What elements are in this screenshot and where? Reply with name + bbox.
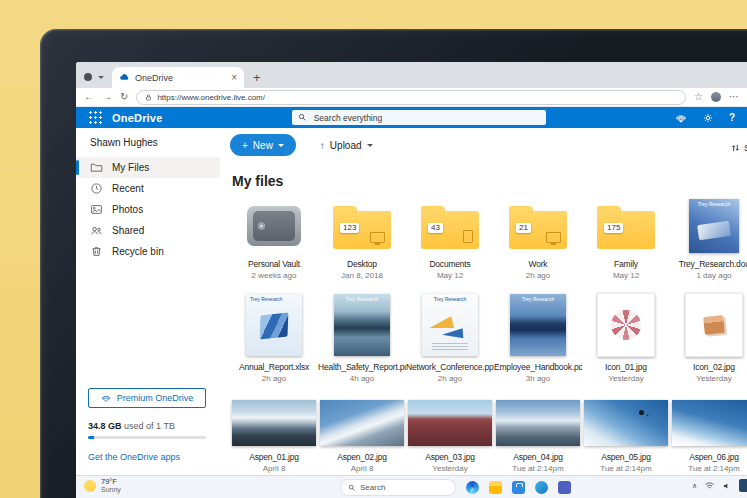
- tray-app-icon[interactable]: [739, 479, 747, 492]
- new-button[interactable]: + New: [230, 134, 296, 156]
- onedrive-header: OneDrive ?: [76, 107, 747, 128]
- tray-chevron-icon[interactable]: ∧: [692, 482, 697, 490]
- premium-onedrive-button[interactable]: Premium OneDrive: [88, 388, 206, 408]
- file-name: Family: [582, 259, 670, 269]
- sidebar-item-label: Recycle bin: [112, 246, 164, 257]
- trash-icon: [90, 245, 103, 258]
- refresh-icon[interactable]: ↻: [120, 92, 128, 102]
- premium-diamond-icon[interactable]: [675, 112, 687, 124]
- file-tile-aspen-06[interactable]: Aspen_06.jpg Tue at 2:14pm: [670, 399, 747, 473]
- windows-taskbar: 79°F Sunny Search ∧: [76, 475, 747, 498]
- file-date: Tue at 2:14pm: [670, 464, 747, 473]
- file-tile-health-safety-report[interactable]: Trey Research Health_Safety_Report.pdf 4…: [318, 293, 406, 383]
- file-name: Icon_02.jpg: [670, 362, 747, 372]
- forward-icon[interactable]: →: [102, 92, 112, 102]
- sidebar-item-recent[interactable]: Recent: [76, 178, 220, 199]
- file-tile-work[interactable]: 21 Work 2h ago: [494, 198, 582, 280]
- flower-graphic: [611, 310, 641, 340]
- file-tile-family[interactable]: 175 Family May 12: [582, 198, 670, 280]
- trey-research-logo: Trey Research: [334, 297, 390, 302]
- premium-button-label: Premium OneDrive: [117, 393, 194, 403]
- file-tile-trey-research-doc[interactable]: Trey Research Trey_Research.doc 1 day ag…: [670, 198, 747, 280]
- browser-menu-icon[interactable]: ⋯: [729, 92, 739, 102]
- help-icon[interactable]: ?: [729, 112, 735, 123]
- sidebar-item-shared[interactable]: Shared: [76, 220, 220, 241]
- monitor-glyph-icon: [546, 232, 561, 243]
- taskbar-weather-widget[interactable]: 79°F Sunny: [84, 478, 121, 493]
- file-tile-desktop[interactable]: 123 Desktop Jan 8, 2018: [318, 198, 406, 280]
- screen: OneDrive × + ← → ↻ https://www.onedrive.…: [76, 62, 747, 498]
- search-wrap: [163, 110, 675, 125]
- browser-address-row: ← → ↻ https://www.onedrive.live.com/ ☆ ⋯: [76, 88, 747, 107]
- file-explorer-icon[interactable]: [489, 481, 502, 494]
- settings-gear-icon[interactable]: [702, 112, 714, 124]
- edge-browser-icon[interactable]: [466, 481, 479, 494]
- browser-tab[interactable]: OneDrive ×: [112, 67, 244, 88]
- file-tile-aspen-04[interactable]: Aspen_04.jpg Tue at 2:14pm: [494, 399, 582, 473]
- sort-button[interactable]: Sort: [725, 141, 747, 154]
- file-tile-annual-report[interactable]: Trey Research Annual_Report.xlsx 2h ago: [230, 293, 318, 383]
- file-date: Jan 8, 2018: [318, 271, 406, 280]
- file-name: Network_Conference.pptx: [406, 362, 494, 372]
- microsoft-store-icon[interactable]: [512, 481, 525, 494]
- search-input[interactable]: [312, 112, 540, 124]
- address-bar[interactable]: https://www.onedrive.live.com/: [136, 90, 686, 105]
- sidebar-item-label: Shared: [112, 225, 144, 236]
- storage-suffix: used of 1 TB: [122, 421, 175, 431]
- file-name: Aspen_05.jpg: [582, 452, 670, 462]
- upload-button[interactable]: ↑ Upload: [314, 139, 379, 152]
- file-tile-employee-handbook[interactable]: Trey Research Employee_Handbook.pdf 3h a…: [494, 293, 582, 383]
- photo-thumbnail: [408, 400, 492, 446]
- sidebar-item-my-files[interactable]: My Files: [76, 157, 220, 178]
- system-tray: ∧: [692, 479, 745, 492]
- file-tile-network-conference[interactable]: Trey Research Network_Conference.pptx 2h…: [406, 293, 494, 383]
- file-grid-row: Personal Vault 2 weeks ago 123 Desktop J…: [230, 198, 747, 280]
- chevron-down-icon: [278, 144, 284, 150]
- header-icons: ?: [675, 112, 737, 124]
- photo-thumbnail: [232, 400, 316, 446]
- search-box[interactable]: [292, 110, 546, 125]
- cube-graphic: [703, 315, 725, 335]
- tab-close-icon[interactable]: ×: [231, 73, 237, 83]
- photos-app-icon[interactable]: [535, 481, 548, 494]
- item-count-badge: 21: [516, 223, 531, 234]
- favorite-star-icon[interactable]: ☆: [694, 92, 703, 102]
- file-tile-documents[interactable]: 43 Documents May 12: [406, 198, 494, 280]
- teams-app-icon[interactable]: [558, 481, 571, 494]
- sidebar-item-photos[interactable]: Photos: [76, 199, 220, 220]
- file-date: Tue at 2:14pm: [494, 464, 582, 473]
- browser-avatar[interactable]: [711, 92, 721, 102]
- folder-thumbnail: 21: [509, 211, 567, 249]
- wifi-icon[interactable]: [704, 481, 715, 490]
- file-date: Yesterday: [582, 374, 670, 383]
- get-apps-link[interactable]: Get the OneDrive apps: [88, 452, 206, 462]
- trey-research-logo: Trey Research: [422, 297, 478, 302]
- item-count-badge: 43: [428, 223, 443, 234]
- new-tab-button[interactable]: +: [253, 71, 261, 84]
- file-tile-aspen-01[interactable]: Aspen_01.jpg April 8: [230, 399, 318, 473]
- account-name[interactable]: Shawn Hughes: [76, 128, 220, 157]
- taskbar-search[interactable]: Search: [340, 479, 456, 496]
- file-tile-icon-01[interactable]: Icon_01.jpg Yesterday: [582, 293, 670, 383]
- file-date: April 8: [230, 464, 318, 473]
- file-tile-aspen-02[interactable]: Aspen_02.jpg April 8: [318, 399, 406, 473]
- file-name: Trey_Research.doc: [670, 259, 747, 269]
- file-tile-icon-02[interactable]: Icon_02.jpg Yesterday: [670, 293, 747, 383]
- file-name: Aspen_06.jpg: [670, 452, 747, 462]
- file-name: Work: [494, 259, 582, 269]
- chevron-down-icon: [367, 144, 373, 150]
- sidebar-item-recycle-bin[interactable]: Recycle bin: [76, 241, 220, 262]
- app-launcher-icon[interactable]: [88, 110, 103, 125]
- file-name: Employee_Handbook.pdf: [494, 362, 582, 372]
- photos-icon: [90, 203, 103, 216]
- desk-background: OneDrive × + ← → ↻ https://www.onedrive.…: [0, 0, 747, 498]
- app-title: OneDrive: [112, 112, 163, 124]
- document-thumbnail: Trey Research: [334, 294, 390, 356]
- file-tile-aspen-05[interactable]: Aspen_05.jpg Tue at 2:14pm: [582, 399, 670, 473]
- back-icon[interactable]: ←: [84, 92, 94, 102]
- tab-actions-icon[interactable]: [98, 76, 104, 82]
- browser-profile-icon[interactable]: [84, 73, 92, 81]
- file-tile-personal-vault[interactable]: Personal Vault 2 weeks ago: [230, 198, 318, 280]
- file-tile-aspen-03[interactable]: Aspen_03.jpg Yesterday: [406, 399, 494, 473]
- speaker-icon[interactable]: [722, 481, 732, 491]
